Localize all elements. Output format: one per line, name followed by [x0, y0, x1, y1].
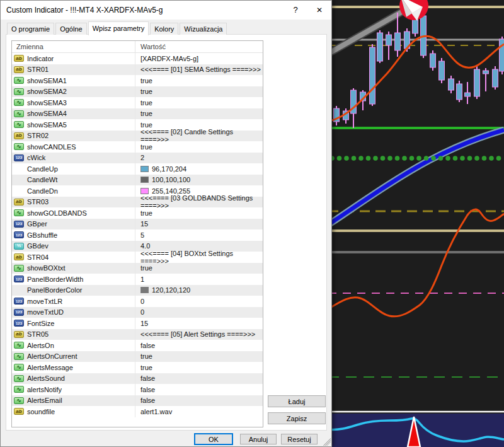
bool-type-icon: ∿: [14, 375, 24, 382]
ok-button[interactable]: OK: [195, 434, 232, 444]
param-row-showBOXtxt[interactable]: ∿showBOXtxttrue: [12, 263, 263, 274]
param-value-cell[interactable]: 0: [135, 307, 263, 318]
color-type-icon: [14, 187, 24, 194]
param-row-STR03[interactable]: abSTR03<<<==== [03 GOLDBANDS Settings ==…: [12, 197, 263, 208]
param-row-STR02[interactable]: abSTR02<<<==== [02] Candle Settings ====…: [12, 131, 263, 142]
param-row-AlertsMessage[interactable]: ∿AlertsMessagetrue: [12, 362, 263, 373]
param-row-soundfile[interactable]: absoundfilealert1.wav: [12, 406, 263, 417]
param-value: 100,100,100: [152, 176, 190, 183]
param-row-showSEMA2[interactable]: ∿showSEMA2true: [12, 86, 263, 98]
param-name-cell: ∿alertsNotify: [12, 384, 135, 395]
param-name-cell: CandleDn: [12, 185, 135, 197]
dialog-titlebar[interactable]: Custom Indicator - !!!-MT4 X-XARDFX-MAv5…: [1, 1, 331, 20]
param-value-cell[interactable]: 5: [135, 229, 263, 241]
param-row-showGOLDBANDS[interactable]: ∿showGOLDBANDStrue: [12, 207, 263, 219]
green-dot: [482, 156, 487, 161]
tab-kolory[interactable]: Kolory: [150, 23, 178, 35]
param-value-cell[interactable]: 0: [135, 296, 263, 307]
param-value-cell[interactable]: false: [135, 384, 263, 395]
param-value-cell[interactable]: true: [135, 362, 263, 373]
tab-page-inputs: Zmienna Wartość abIndicator[XARDFX-MAv5-…: [6, 34, 327, 431]
param-value-cell[interactable]: <<<==== [03 GOLDBANDS Settings ====>>>: [135, 197, 263, 208]
param-row-cWick[interactable]: 123cWick2: [12, 153, 263, 164]
param-row-AlertsSound[interactable]: ∿AlertsSoundfalse: [12, 373, 263, 385]
param-row-showSEMA3[interactable]: ∿showSEMA3true: [12, 97, 263, 108]
param-row-Indicator[interactable]: abIndicator[XARDFX-MAv5-g]: [12, 53, 263, 64]
param-row-STR05[interactable]: abSTR05<<<==== [05] Alert Settings ====>…: [12, 329, 263, 340]
param-value: [XARDFX-MAv5-g]: [140, 55, 198, 62]
param-value-cell[interactable]: true: [135, 263, 263, 274]
help-button[interactable]: ?: [285, 1, 306, 19]
param-value-cell[interactable]: true: [135, 97, 263, 108]
param-row-STR01[interactable]: abSTR01<<<==== [01] SEMA Settings ====>>…: [12, 64, 263, 76]
param-row-PanelBorderWidth[interactable]: 123PanelBorderWidth1: [12, 274, 263, 285]
param-row-STR04[interactable]: abSTR04<<<==== [04] BOXtxt Settings ====…: [12, 252, 263, 263]
param-row-CandleWt[interactable]: CandleWt100,100,100: [12, 175, 263, 186]
param-row-moveTxtUD[interactable]: 123moveTxtUD0: [12, 307, 263, 318]
param-name: moveTxtLR: [27, 298, 62, 305]
param-value-cell[interactable]: true: [135, 141, 263, 153]
param-value-cell[interactable]: <<<==== [05] Alert Settings ====>>>: [135, 329, 263, 340]
param-value-cell[interactable]: <<<==== [04] BOXtxt Settings ====>>>: [135, 252, 263, 263]
tab-og-lne[interactable]: Ogólne: [55, 23, 86, 35]
str-type-icon: ab: [14, 199, 24, 206]
tab-o-programie[interactable]: O programie: [7, 23, 54, 35]
green-dot: [416, 156, 421, 161]
param-value-cell[interactable]: 120,120,120: [135, 285, 263, 296]
param-row-showSEMA4[interactable]: ∿showSEMA4true: [12, 108, 263, 120]
param-name: showSEMA4: [27, 110, 67, 117]
header-variable: Zmienna: [12, 41, 135, 52]
param-row-AlertsOnCurrent[interactable]: ∿AlertsOnCurrenttrue: [12, 351, 263, 363]
param-name-cell: abSTR05: [12, 329, 135, 340]
param-row-CandleUp[interactable]: CandleUp96,170,204: [12, 163, 263, 175]
save-button[interactable]: Zapisz: [268, 412, 326, 424]
param-name: showGOLDBANDS: [27, 209, 87, 217]
param-value-cell[interactable]: 15: [135, 318, 263, 329]
param-value-cell[interactable]: 100,100,100: [135, 175, 263, 186]
cancel-button[interactable]: Anuluj: [240, 434, 277, 444]
param-value-cell[interactable]: <<<==== [01] SEMA Settings ====>>>: [135, 64, 263, 76]
param-value-cell[interactable]: true: [135, 108, 263, 120]
param-name-cell: ½GBdev: [12, 241, 135, 252]
param-row-showCANDLES[interactable]: ∿showCANDLEStrue: [12, 141, 263, 153]
tab-wpisz-parametry[interactable]: Wpisz parametry: [88, 21, 149, 35]
param-value-cell[interactable]: 15: [135, 219, 263, 230]
param-row-moveTxtLR[interactable]: 123moveTxtLR0: [12, 296, 263, 307]
resize-grip[interactable]: [323, 438, 331, 446]
param-name: GBdev: [27, 242, 49, 250]
param-value-cell[interactable]: 2: [135, 153, 263, 164]
tab-wizualizacja[interactable]: Wizualizacja: [180, 23, 227, 35]
param-name-cell: abIndicator: [12, 53, 135, 64]
param-row-FontSize[interactable]: 123FontSize15: [12, 318, 263, 329]
custom-indicator-dialog: Custom Indicator - !!!-MT4 X-XARDFX-MAv5…: [0, 0, 332, 447]
bool-type-icon: ∿: [14, 99, 24, 106]
param-row-AlertsOn[interactable]: ∿AlertsOnfalse: [12, 340, 263, 351]
param-value-cell[interactable]: 96,170,204: [135, 163, 263, 175]
bool-type-icon: ∿: [14, 110, 24, 117]
param-value-cell[interactable]: true: [135, 75, 263, 86]
param-row-AlertsEmail[interactable]: ∿AlertsEmailfalse: [12, 395, 263, 407]
param-value: false: [140, 374, 155, 382]
load-button[interactable]: Ładuj: [268, 395, 326, 407]
param-value-cell[interactable]: true: [135, 86, 263, 98]
param-value-cell[interactable]: false: [135, 340, 263, 351]
param-value-cell[interactable]: false: [135, 395, 263, 407]
param-row-GBshuffle[interactable]: 123GBshuffle5: [12, 229, 263, 241]
close-icon[interactable]: ✕: [309, 1, 330, 19]
param-name: GBper: [27, 220, 47, 228]
param-value-cell[interactable]: [XARDFX-MAv5-g]: [135, 53, 263, 64]
param-value-cell[interactable]: true: [135, 207, 263, 219]
param-row-alertsNotify[interactable]: ∿alertsNotifyfalse: [12, 384, 263, 395]
param-row-PanelBorderColor[interactable]: PanelBorderColor120,120,120: [12, 285, 263, 296]
candle-body: [430, 54, 436, 67]
green-dot: [467, 156, 472, 161]
param-value-cell[interactable]: alert1.wav: [135, 406, 263, 417]
param-row-GBper[interactable]: 123GBper15: [12, 219, 263, 230]
param-row-showSEMA1[interactable]: ∿showSEMA1true: [12, 75, 263, 86]
int-type-icon: 123: [14, 221, 24, 228]
param-value-cell[interactable]: <<<==== [02] Candle Settings ====>>>: [135, 131, 263, 142]
param-value-cell[interactable]: true: [135, 351, 263, 363]
param-value-cell[interactable]: 1: [135, 274, 263, 285]
param-value-cell[interactable]: false: [135, 373, 263, 385]
reset-button[interactable]: Resetuj: [281, 434, 318, 444]
